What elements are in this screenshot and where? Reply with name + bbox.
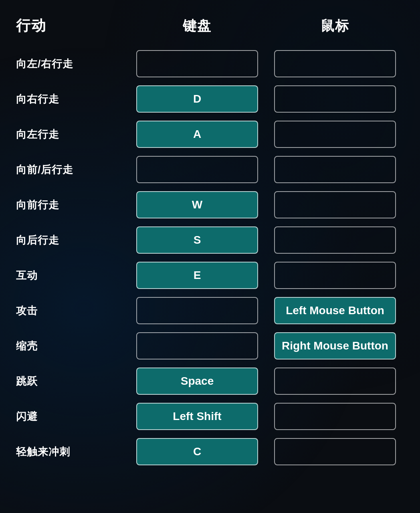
keybind-row: 向左行走A bbox=[12, 118, 408, 150]
keyboard-key-box[interactable]: Space bbox=[136, 368, 258, 395]
mouse-key-box[interactable] bbox=[274, 50, 396, 77]
keyboard-key-box[interactable] bbox=[136, 332, 258, 360]
mouse-key-box[interactable] bbox=[274, 438, 396, 465]
mouse-key-box[interactable] bbox=[274, 368, 396, 395]
keybind-row: 缩壳Right Mouse Button bbox=[12, 330, 408, 362]
action-label: 缩壳 bbox=[16, 339, 128, 353]
action-label: 向右行走 bbox=[16, 92, 128, 106]
mouse-key-box[interactable] bbox=[274, 156, 396, 183]
keybind-row: 跳跃Space bbox=[12, 365, 408, 397]
action-label: 轻触来冲刺 bbox=[16, 445, 128, 459]
mouse-key-box[interactable] bbox=[274, 403, 396, 430]
keybind-row: 攻击Left Mouse Button bbox=[12, 295, 408, 327]
mouse-key-box[interactable] bbox=[274, 85, 396, 113]
keyboard-key-box[interactable] bbox=[136, 297, 258, 324]
mouse-key-box[interactable] bbox=[274, 121, 396, 148]
mouse-key-box[interactable] bbox=[274, 226, 396, 254]
keybind-row: 向前/后行走 bbox=[12, 153, 408, 186]
keyboard-key-box[interactable]: S bbox=[136, 226, 258, 254]
action-label: 向前/后行走 bbox=[16, 163, 128, 177]
action-label: 闪避 bbox=[16, 410, 128, 424]
action-label: 向后行走 bbox=[16, 233, 128, 247]
header-row: 行动 键盘 鼠标 bbox=[12, 16, 408, 36]
keyboard-key-box[interactable]: Left Shift bbox=[136, 403, 258, 430]
keyboard-key-box[interactable]: W bbox=[136, 191, 258, 218]
keyboard-key-box[interactable] bbox=[136, 156, 258, 183]
keybind-row: 互动E bbox=[12, 259, 408, 291]
action-label: 跳跃 bbox=[16, 374, 128, 388]
keybind-row: 向前行走W bbox=[12, 189, 408, 221]
mouse-key-box[interactable]: Right Mouse Button bbox=[274, 332, 396, 360]
keyboard-key-box[interactable]: D bbox=[136, 85, 258, 113]
mouse-key-box[interactable] bbox=[274, 262, 396, 289]
mouse-key-box[interactable]: Left Mouse Button bbox=[274, 297, 396, 324]
action-label: 向左行走 bbox=[16, 127, 128, 141]
keyboard-key-box[interactable]: A bbox=[136, 121, 258, 148]
keybind-row: 向左/右行走 bbox=[12, 48, 408, 80]
action-label: 向前行走 bbox=[16, 198, 128, 212]
keybind-row: 向后行走S bbox=[12, 224, 408, 256]
header-action: 行动 bbox=[16, 16, 128, 36]
action-label: 向左/右行走 bbox=[16, 57, 128, 71]
keyboard-key-box[interactable]: C bbox=[136, 438, 258, 465]
mouse-key-box[interactable] bbox=[274, 191, 396, 218]
keyboard-key-box[interactable] bbox=[136, 50, 258, 77]
keybind-row: 向右行走D bbox=[12, 83, 408, 115]
action-label: 攻击 bbox=[16, 304, 128, 318]
keybind-table: 向左/右行走向右行走D向左行走A向前/后行走向前行走W向后行走S互动E攻击Lef… bbox=[12, 48, 408, 468]
keyboard-key-box[interactable]: E bbox=[136, 262, 258, 289]
keybind-row: 闪避Left Shift bbox=[12, 400, 408, 432]
main-container: 行动 键盘 鼠标 向左/右行走向右行走D向左行走A向前/后行走向前行走W向后行走… bbox=[0, 0, 420, 487]
action-label: 互动 bbox=[16, 269, 128, 283]
keybind-row: 轻触来冲刺C bbox=[12, 436, 408, 468]
header-keyboard: 键盘 bbox=[128, 17, 266, 35]
header-mouse: 鼠标 bbox=[266, 17, 404, 35]
